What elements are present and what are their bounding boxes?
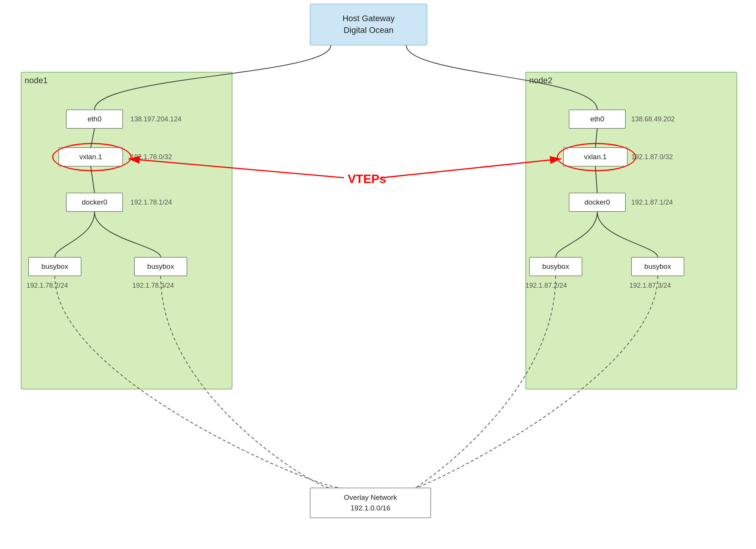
- node1-busybox1-ip: 192.1.78.2/24: [26, 282, 68, 290]
- gateway-label: Host Gateway Digital Ocean: [342, 13, 395, 36]
- node2-busybox1: busybox: [529, 257, 582, 276]
- overlay-label: Overlay Network 192.1.0.0/16: [344, 492, 397, 514]
- node2-docker0-ip: 192.1.87.1/24: [631, 199, 673, 206]
- vteps-label: VTEPs: [348, 172, 386, 186]
- node1-box: [21, 72, 232, 389]
- node1-docker0-ip: 192.1.78.1/24: [130, 199, 172, 206]
- node1-busybox2-ip: 192.1.78.3/24: [132, 282, 174, 290]
- node2-eth0-ip: 138.68.49.202: [631, 115, 675, 123]
- node2-vxlan: vxlan.1: [563, 147, 627, 166]
- node1-vxlan-ip: 192.1.78.0/32: [130, 153, 172, 161]
- node1-eth0-ip: 138.197.204.124: [130, 115, 181, 123]
- node2-eth0: eth0: [569, 110, 626, 129]
- gateway-box: Host Gateway Digital Ocean: [310, 4, 427, 45]
- node2-busybox1-ip: 192.1.87.2/24: [525, 282, 567, 290]
- node1-label: node1: [25, 76, 48, 85]
- node2-busybox2-ip: 192.1.87.3/24: [629, 282, 671, 290]
- node1-docker0: docker0: [66, 193, 123, 212]
- node1-busybox2: busybox: [134, 257, 187, 276]
- node2-docker0: docker0: [569, 193, 626, 212]
- node2-label: node2: [529, 76, 552, 85]
- node2-busybox2: busybox: [631, 257, 684, 276]
- node2-vxlan-ip: 192.1.87.0/32: [631, 153, 673, 161]
- diagram: Host Gateway Digital Ocean node1 eth0 13…: [0, 0, 756, 549]
- overlay-box: Overlay Network 192.1.0.0/16: [310, 488, 431, 518]
- node1-eth0: eth0: [66, 110, 123, 129]
- node1-busybox1: busybox: [28, 257, 81, 276]
- node1-vxlan: vxlan.1: [59, 147, 123, 166]
